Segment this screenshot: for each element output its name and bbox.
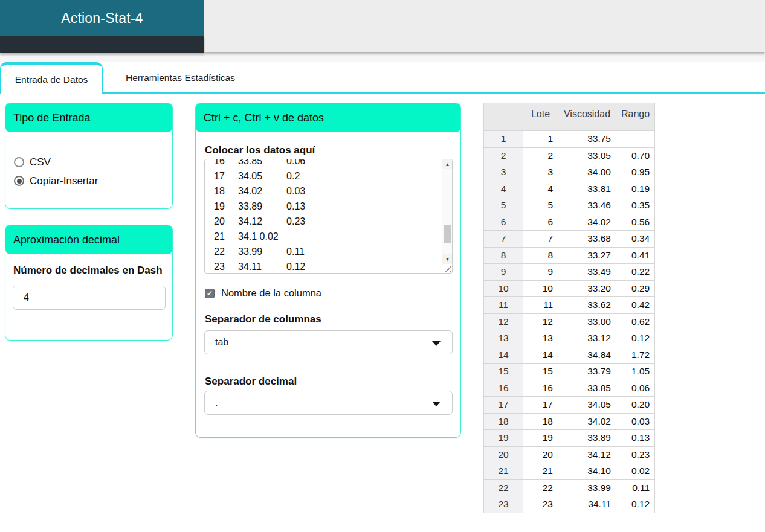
column-separator-dropdown[interactable]: tab (204, 330, 453, 354)
app-header: Action-Stat-4 (0, 0, 204, 36)
table-cell: 5 (523, 197, 558, 214)
row-index-cell: 14 (484, 347, 523, 364)
table-cell: 33.81 (558, 181, 616, 197)
table-cell: 12 (523, 313, 558, 330)
decimal-approx-card-header: Aproximación decimal (5, 225, 172, 254)
scroll-up-icon[interactable]: ▲ (442, 159, 453, 169)
row-index-cell: 5 (484, 197, 523, 214)
radio-label: CSV (30, 156, 51, 168)
data-table-container: LoteViscosidadRango 1133.752233.050.7033… (483, 103, 655, 513)
table-cell: 0.42 (616, 297, 655, 314)
tab-label: Herramientas Estadísticas (126, 72, 235, 83)
table-cell: 33.89 (558, 430, 616, 447)
dropdown-value: . (215, 397, 218, 408)
table-cell: 33.20 (558, 280, 616, 297)
chevron-down-icon (432, 341, 441, 346)
tab-herramientas-estadisticas[interactable]: Herramientas Estadísticas (103, 62, 257, 94)
table-cell: 34.05 (558, 397, 616, 414)
table-cell: 0.11 (616, 479, 655, 496)
row-index-cell: 1 (484, 131, 523, 148)
table-cell: 0.20 (616, 397, 655, 414)
decimals-input[interactable] (13, 286, 166, 310)
table-cell: 33.12 (558, 330, 616, 347)
table-cell: 0.35 (616, 197, 655, 214)
decimal-separator-dropdown[interactable]: . (204, 391, 453, 415)
table-cell: 14 (523, 347, 558, 364)
row-index-cell: 6 (484, 214, 523, 231)
scroll-down-icon[interactable]: ▼ (442, 254, 453, 264)
table-row: 8833.270.41 (484, 247, 655, 264)
radio-option-copiar-insertar[interactable]: Copiar-Insertar (14, 171, 172, 190)
input-type-radio-group: CSV Copiar-Insertar (5, 132, 172, 190)
table-cell: 0.34 (616, 231, 655, 248)
table-row: 1133.75 (484, 131, 655, 148)
row-index-cell: 23 (484, 496, 523, 513)
table-cell: 34.02 (558, 413, 616, 430)
column-name-checkbox[interactable]: ✓ (205, 289, 215, 298)
decimal-separator-label: Separador decimal (196, 364, 460, 389)
decimals-input-label: Número de decimales en Dash (5, 254, 172, 278)
row-index-cell: 22 (484, 479, 523, 496)
table-row: 202034.120.23 (484, 446, 655, 463)
table-cell: 33.46 (558, 197, 616, 214)
row-index-cell: 11 (484, 297, 523, 314)
row-index-cell: 9 (484, 264, 523, 281)
table-cell: 6 (523, 214, 558, 231)
header-gray-area (204, 0, 765, 52)
row-index-cell: 18 (484, 413, 523, 430)
tab-entrada-de-datos[interactable]: Entrada de Datos (0, 62, 103, 94)
table-cell: 33.00 (558, 313, 616, 330)
table-column-header: Viscosidad (558, 103, 616, 131)
table-cell: 0.02 (616, 463, 655, 480)
table-cell: 0.56 (616, 214, 655, 231)
decimal-approx-card: Aproximación decimal Número de decimales… (5, 225, 173, 341)
row-index-cell: 12 (484, 313, 523, 330)
scrollbar-thumb[interactable] (444, 225, 451, 243)
table-cell: 33.75 (558, 131, 616, 148)
table-cell: 9 (523, 264, 558, 281)
chevron-down-icon (432, 402, 441, 406)
app-title: Action-Stat-4 (61, 10, 143, 27)
radio-option-csv[interactable]: CSV (14, 153, 172, 171)
table-row: 111133.620.42 (484, 297, 655, 314)
row-index-cell: 13 (484, 330, 523, 347)
table-cell: 21 (523, 463, 558, 480)
table-cell: 33.68 (558, 231, 616, 248)
table-row: 222233.990.11 (484, 479, 655, 496)
column-name-checkbox-row[interactable]: ✓ Nombre de la columna (205, 287, 321, 299)
table-cell: 4 (523, 181, 558, 197)
resize-handle-icon[interactable] (443, 264, 451, 272)
table-cell: 0.06 (616, 380, 655, 397)
column-separator-label: Separador de columnas (196, 301, 460, 327)
table-corner-header (484, 103, 523, 131)
row-index-cell: 21 (484, 463, 523, 480)
table-cell: 0.70 (616, 147, 655, 164)
header-lower-strip (0, 52, 765, 62)
radio-icon (14, 176, 24, 186)
table-cell: 0.13 (616, 430, 655, 447)
table-row: 6634.020.56 (484, 214, 655, 231)
table-row: 2233.050.70 (484, 147, 655, 164)
table-cell: 34.12 (558, 446, 616, 463)
table-cell: 23 (523, 496, 558, 513)
table-cell: 3 (523, 164, 558, 181)
table-row: 191933.890.13 (484, 430, 655, 447)
table-cell: 34.11 (558, 496, 616, 513)
table-cell: 33.85 (558, 380, 616, 397)
table-cell: 34.02 (558, 214, 616, 231)
table-row: 212134.100.02 (484, 463, 655, 480)
textarea-scrollbar[interactable]: ▲ ▼ (442, 159, 452, 264)
row-index-cell: 16 (484, 380, 523, 397)
checkbox-label: Nombre de la columna (221, 287, 321, 299)
data-table: LoteViscosidadRango 1133.752233.050.7033… (483, 103, 655, 513)
table-column-header: Lote (523, 103, 558, 131)
input-type-card: Tipo de Entrada CSV Copiar-Insertar (5, 103, 173, 209)
table-cell: 34.00 (558, 164, 616, 181)
table-cell: 20 (523, 446, 558, 463)
table-row: 5533.460.35 (484, 197, 655, 214)
row-index-cell: 20 (484, 446, 523, 463)
table-row: 151533.791.05 (484, 364, 655, 380)
row-index-cell: 7 (484, 231, 523, 248)
paste-textarea[interactable]: 16 33.85 0.06 17 34.05 0.2 18 34.02 0.03… (204, 159, 453, 274)
table-cell: 22 (523, 479, 558, 496)
